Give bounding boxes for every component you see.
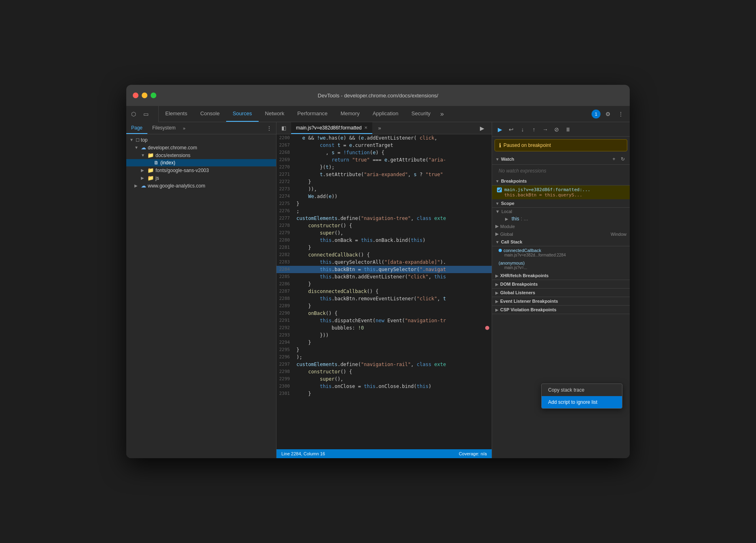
tree-item-index[interactable]: ▶ 🗎 (index) (126, 159, 276, 166)
tree-item-domain-analytics[interactable]: ▶ ☁ www.google-analytics.com (126, 182, 276, 190)
tab-right-icons: 1 ⚙ ⋮ (592, 106, 630, 122)
add-watch-button[interactable]: + (610, 155, 618, 163)
tree-item-label: fonts/google-sans-v2003 (156, 168, 209, 173)
deactivate-breakpoints-icon[interactable]: ⊘ (551, 124, 562, 135)
titlebar-buttons (133, 93, 156, 98)
step-out-icon[interactable]: ↑ (529, 124, 539, 135)
window-title: DevTools - developer.chrome.com/docs/ext… (318, 93, 438, 99)
tree-item-top[interactable]: ▼ □ top (126, 136, 276, 144)
sidebar-tab-page[interactable]: Page (126, 122, 147, 134)
scope-global-header[interactable]: ▶ Global Window (492, 230, 630, 238)
paused-label: Paused on breakpoint (503, 142, 551, 148)
breakpoint-item[interactable]: main.js?v=e382d86f:formatted:... this.ba… (492, 185, 630, 199)
watch-section-header[interactable]: ▼ Watch + ↻ (492, 154, 630, 165)
scope-chevron-icon: ▼ (495, 201, 499, 206)
scope-module-label: Module (500, 224, 515, 229)
breakpoints-section-header[interactable]: ▼ Breakpoints (492, 177, 630, 185)
call-stack-item-1[interactable]: (anonymous) main.js?v=... (492, 259, 630, 272)
call-stack-section-header[interactable]: ▼ Call Stack (492, 238, 630, 246)
chevron-icon: ▼ (134, 145, 139, 150)
chevron-icon: ▼ (130, 138, 134, 142)
event-listeners-section-header[interactable]: ▶ Event Listener Breakpoints (492, 297, 630, 306)
toggle-sidebar-icon[interactable]: ◧ (278, 123, 289, 134)
copy-stack-trace-menuitem[interactable]: Copy stack trace (542, 384, 622, 396)
right-panel-inner: ℹ Paused on breakpoint ▼ Watch + ↻ No wa… (492, 137, 630, 458)
breakpoints-section-title: Breakpoints (501, 179, 527, 183)
xhr-section-header[interactable]: ▶ XHR/fetch Breakpoints (492, 272, 630, 280)
close-button[interactable] (133, 93, 138, 98)
step-icon[interactable]: → (540, 124, 551, 135)
tree-item-label: docs/extensions (156, 153, 190, 158)
code-line-2286: 2286 } (276, 280, 492, 288)
folder-icon: 📁 (147, 152, 154, 158)
tab-sources[interactable]: Sources (226, 106, 259, 122)
step-over-icon[interactable]: ↩ (506, 124, 516, 135)
settings-icon[interactable]: ⚙ (602, 108, 613, 120)
new-snippet-icon[interactable]: ⋮ (265, 124, 274, 133)
scope-section-header[interactable]: ▼ Scope (492, 199, 630, 208)
code-line-2272: 2272 } (276, 178, 492, 185)
breakpoint-text: main.js?v=e382d86f:formatted:... this.ba… (504, 187, 590, 198)
watch-section-actions: + ↻ (610, 155, 626, 163)
tab-memory[interactable]: Memory (334, 106, 366, 122)
minimize-button[interactable] (142, 93, 147, 98)
code-editor[interactable]: 2200 e && !we.has(e) && (e.addEventListe… (276, 134, 492, 449)
add-to-ignore-list-menuitem[interactable]: Add script to ignore list (542, 396, 622, 408)
refresh-watch-button[interactable]: ↻ (619, 155, 626, 163)
breakpoint-marker (485, 326, 489, 330)
resume-icon[interactable]: ▶ (495, 124, 505, 135)
code-tab-main-js[interactable]: main.js?v=e382d86f:formatted ✕ (291, 122, 372, 134)
sidebar-tab-filesystem[interactable]: Filesystem (147, 122, 180, 134)
tree-item-label: (index) (160, 160, 175, 166)
feedback-button[interactable]: 1 (592, 110, 600, 119)
step-into-icon[interactable]: ↓ (517, 124, 528, 135)
tab-elements[interactable]: Elements (159, 106, 194, 122)
maximize-button[interactable] (151, 93, 156, 98)
play-icon[interactable]: ▶ (476, 123, 488, 134)
global-listeners-section-header[interactable]: ▶ Global Listeners (492, 289, 630, 297)
dom-section-header[interactable]: ▶ DOM Breakpoints (492, 280, 630, 289)
more-options-icon[interactable]: ⋮ (615, 108, 626, 120)
code-line-2280: 2280 this.onBack = this.onBack.bind(this… (276, 237, 492, 244)
tree-item-js[interactable]: ▶ 📁 js (126, 174, 276, 182)
paused-banner: ℹ Paused on breakpoint (495, 139, 627, 151)
pause-on-exceptions-icon[interactable]: ⏸ (563, 124, 573, 135)
csp-section-header[interactable]: ▶ CSP Violation Breakpoints (492, 306, 630, 314)
right-panel: ▶ ↩ ↓ ↑ → ⊘ ⏸ ℹ Paused on breakpoint ▼ W… (492, 122, 630, 458)
tree-item-fonts[interactable]: ▶ 📁 fonts/google-sans-v2003 (126, 166, 276, 174)
tree-item-label: top (141, 137, 148, 143)
tab-application[interactable]: Application (366, 106, 405, 122)
inspect-icon[interactable]: ⬡ (128, 108, 139, 120)
csp-chevron-icon: ▶ (495, 308, 499, 312)
device-toggle-icon[interactable]: ▭ (140, 108, 151, 120)
scope-local-header[interactable]: ▼ Local (492, 208, 630, 215)
tab-console[interactable]: Console (194, 106, 226, 122)
tab-network[interactable]: Network (259, 106, 291, 122)
dom-chevron-icon: ▶ (495, 282, 499, 287)
main-tab-bar: ⬡ ▭ Elements Console Sources Network Per… (126, 106, 630, 122)
more-tabs-button[interactable]: » (437, 106, 447, 122)
sidebar-tab-more[interactable]: » (180, 122, 188, 134)
tree-item-domain-chrome[interactable]: ▼ ☁ developer.chrome.com (126, 144, 276, 151)
scope-this-val: : … (521, 216, 529, 222)
chevron-icon: ▶ (141, 168, 146, 172)
code-line-2296: 2296 ); (276, 353, 492, 361)
more-tabs-icon[interactable]: » (374, 123, 385, 134)
scope-local-this[interactable]: ▶ this : … (492, 215, 630, 222)
tree-item-docs-extensions[interactable]: ▼ 📁 docs/extensions (126, 151, 276, 159)
code-line-2295: 2295 } (276, 346, 492, 353)
call-stack-item-0[interactable]: connectedCallback main.js?v=e382d...form… (492, 246, 630, 259)
code-line-2273: 2273 )), (276, 185, 492, 193)
code-line-2289: 2289 } (276, 302, 492, 310)
chevron-icon: ▶ (134, 183, 139, 188)
module-chevron-icon: ▶ (495, 224, 499, 229)
scope-module-header[interactable]: ▶ Module (492, 222, 630, 230)
tab-security[interactable]: Security (405, 106, 437, 122)
watch-section-title: Watch (501, 157, 514, 162)
breakpoint-checkbox[interactable] (497, 187, 502, 192)
debug-toolbar: ▶ ↩ ↓ ↑ → ⊘ ⏸ (492, 122, 630, 137)
code-line-2277: 2277 customElements.define("navigation-t… (276, 215, 492, 222)
code-line-2297: 2297 customElements.define("navigation-r… (276, 361, 492, 368)
tab-performance[interactable]: Performance (291, 106, 334, 122)
code-tab-close-icon[interactable]: ✕ (364, 125, 367, 130)
